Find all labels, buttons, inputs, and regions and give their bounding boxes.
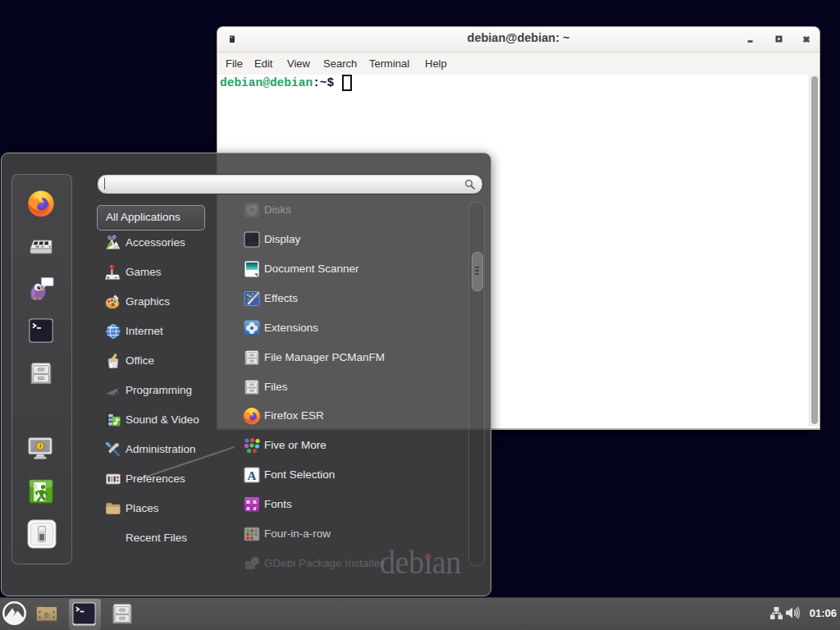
svg-text:A: A [248,469,257,482]
svg-text:D: D [44,612,49,620]
svg-text:a: a [246,504,250,512]
svg-text:a: a [253,504,257,512]
